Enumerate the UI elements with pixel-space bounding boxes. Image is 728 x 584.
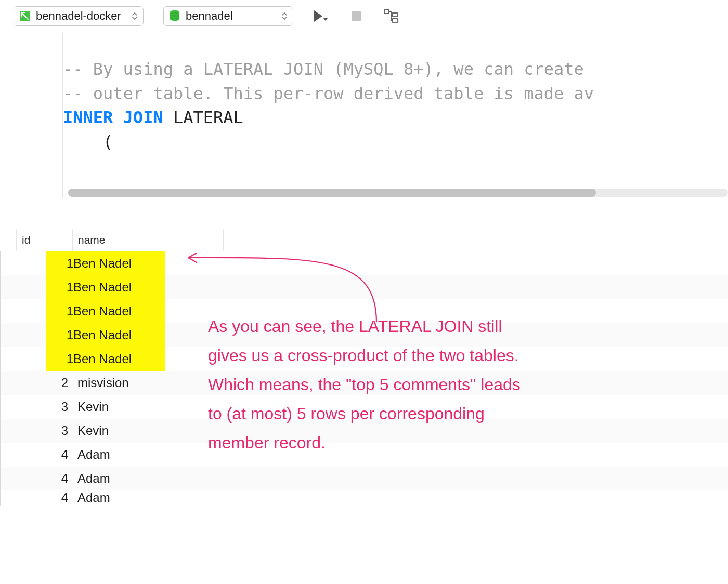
editor-line: -- By using a LATERAL JOIN (MySQL 8+), w… (63, 59, 584, 79)
cell-name: Ben Nadel (73, 256, 728, 271)
cell-id: 4 (1, 447, 73, 462)
cell-id: 3 (1, 400, 73, 414)
svg-rect-6 (393, 13, 397, 17)
editor-gutter (0, 33, 63, 198)
cell-id: 4 (1, 490, 73, 505)
toolbar: bennadel-docker bennadel (0, 0, 728, 33)
annotation-line: member record. (208, 428, 593, 457)
table-row[interactable]: 4Adam (1, 467, 728, 490)
cell-id: 4 (1, 471, 73, 486)
database-icon (169, 10, 180, 22)
row-gutter-header (0, 229, 17, 251)
cell-id: 1 (1, 280, 73, 295)
horizontal-scrollbar[interactable] (68, 189, 728, 197)
database-label: bennadel (186, 9, 233, 23)
toolbar-actions (313, 9, 398, 23)
sql-keyword: INNER JOIN (63, 108, 163, 127)
cell-id: 1 (1, 304, 73, 318)
database-combo[interactable]: bennadel (163, 6, 293, 26)
cell-id: 3 (1, 423, 73, 438)
scrollbar-thumb[interactable] (68, 189, 596, 197)
cell-name: Adam (73, 490, 728, 505)
cell-id: 1 (1, 352, 73, 366)
sql-editor[interactable]: -- By using a LATERAL JOIN (MySQL 8+), w… (63, 33, 728, 198)
cell-id: 1 (1, 256, 73, 271)
run-button[interactable] (313, 9, 329, 23)
stepper-icon (132, 12, 138, 20)
table-row[interactable]: 1Ben Nadel (1, 251, 728, 275)
table-row[interactable]: 4Adam (1, 490, 728, 506)
cell-name: Ben Nadel (73, 304, 728, 318)
cell-name: Ben Nadel (73, 280, 728, 295)
annotation-line: to (at most) 5 rows per corresponding (208, 399, 593, 428)
col-header-id[interactable]: id (17, 229, 73, 251)
cell-name: Ben Nadel (73, 352, 728, 366)
cell-id: 1 (1, 328, 73, 342)
svg-rect-4 (352, 11, 361, 21)
cell-id: 2 (1, 376, 73, 390)
annotation-line: Which means, the "top 5 comments" leads (208, 370, 593, 399)
connection-label: bennadel-docker (36, 9, 121, 23)
svg-rect-5 (384, 10, 389, 14)
stepper-icon (281, 12, 288, 20)
svg-rect-7 (393, 19, 397, 22)
editor-line: -- outer table. This per-row derived tab… (63, 84, 594, 103)
structure-icon[interactable] (384, 9, 398, 23)
text-caret (63, 161, 63, 176)
connection-icon (19, 10, 31, 22)
editor-text: LATERAL (163, 108, 243, 127)
cell-name: Ben Nadel (73, 328, 728, 342)
table-row[interactable]: 1Ben Nadel (1, 275, 728, 299)
col-header-name[interactable]: name (73, 229, 224, 251)
sql-editor-panel: -- By using a LATERAL JOIN (MySQL 8+), w… (0, 33, 728, 198)
results-panel: id name 1Ben Nadel1Ben Nadel1Ben Nadel1B… (0, 229, 728, 506)
connection-combo[interactable]: bennadel-docker (14, 6, 144, 26)
results-header: id name (0, 229, 728, 251)
editor-text: ( (63, 132, 113, 152)
cell-name: Adam (73, 471, 728, 486)
col-header-blank (224, 229, 728, 251)
stop-button[interactable] (350, 10, 362, 22)
